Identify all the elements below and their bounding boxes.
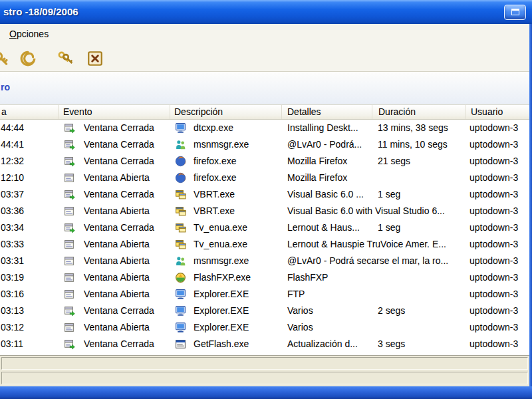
column-header-descripcion[interactable]: Descripción [170,105,282,119]
title-bar: stro -18/09/2006 [0,0,532,24]
computer-icon [175,322,186,333]
toolbar-button-1[interactable] [0,48,12,69]
window-closed-icon [64,189,75,200]
window-closed-icon [64,338,75,350]
details-cell: FTP [287,286,305,303]
event-cell: Ventana Abierta [84,253,150,269]
duration-cell: 1 seg [378,219,400,236]
table-row[interactable]: 03:31Ventana Abiertamsnmsgr.exe@LvAr0 - … [0,253,529,269]
msn-icon [175,255,186,267]
event-cell: Ventana Cerrada [84,219,154,236]
window-closed-icon [64,222,75,233]
column-header-evento[interactable]: Evento [59,105,170,119]
maximize-button[interactable] [504,5,526,20]
key-icon [0,50,10,67]
time-cell: 03:19 [1,269,24,286]
details-cell: Visual Basic 6.0 with Visual Studio 6... [287,203,445,219]
event-cell: Ventana Abierta [84,236,150,253]
user-cell: uptodown-3 [469,253,518,269]
menu-item-opciones[interactable]: Opciones [5,24,53,45]
table-row[interactable]: 03:13Ventana CerradaExplorer.EXEVarios2 … [0,303,529,319]
app-cell: VBRT.exe [194,186,235,203]
app-cell: msnmsgr.exe [194,136,249,153]
user-cell: uptodown-3 [469,120,518,136]
msn-icon [175,139,186,150]
duration-cell: 3 segs [378,336,405,352]
status-panel-2 [1,372,528,384]
table-row[interactable]: 44:44Ventana Cerradadtcxp.exeInstalling … [0,120,529,136]
app-cell: firefox.exe [194,153,237,170]
table-row[interactable]: 12:10Ventana Abiertafirefox.exeMozilla F… [0,170,529,186]
column-header-detalles[interactable]: Detalles [282,105,372,119]
shell-icon [19,50,37,67]
column-header-usuario[interactable]: Usuario [466,105,529,119]
user-cell: uptodown-3 [469,269,518,286]
event-cell: Ventana Abierta [84,170,150,186]
app-cell: FlashFXP.exe [194,269,251,286]
window-opened-icon [64,239,75,250]
details-cell: Lernout & Haus... [287,219,360,236]
user-cell: uptodown-3 [469,186,518,203]
computer-icon [175,305,186,317]
window-opened-icon [64,272,75,283]
details-cell: FlashFXP [287,269,328,286]
firefox-icon [175,156,186,167]
table-row[interactable]: 03:37Ventana CerradaVBRT.exeVisual Basic… [0,186,529,203]
vb-form-icon [175,205,186,217]
table-row[interactable]: 03:19Ventana AbiertaFlashFXP.exeFlashFXP… [0,269,529,286]
status-panel-1 [1,357,528,370]
window-opened-icon [64,205,75,217]
details-cell: Varios [287,303,313,319]
table-row[interactable]: 03:12Ventana AbiertaExplorer.EXEVariosup… [0,319,529,336]
time-cell: 03:34 [1,219,24,236]
table-row[interactable]: 03:33Ventana AbiertaTv_enua.exeLernout &… [0,236,529,253]
event-cell: Ventana Abierta [84,203,150,219]
vb-form-icon [175,222,186,233]
app-cell: Tv_enua.exe [194,236,247,253]
time-cell: 03:12 [1,319,24,336]
toolbar-button-2[interactable] [17,48,39,69]
app-cell: msnmsgr.exe [194,253,249,269]
computer-icon [175,289,186,300]
event-cell: Ventana Abierta [84,319,150,336]
column-header-duracion[interactable]: Duración [372,105,466,119]
keys-icon [57,50,74,67]
app-cell: Explorer.EXE [194,286,249,303]
user-cell: uptodown-3 [469,219,518,236]
time-cell: 03:11 [1,336,23,352]
list-header: a Evento Descripción Detalles Duración U… [0,105,529,120]
duration-cell: 11 mins, 10 segs [378,136,448,153]
user-cell: uptodown-3 [469,286,518,303]
duration-cell: 21 segs [378,153,410,170]
table-row[interactable]: 44:41Ventana Cerradamsnmsgr.exe@LvAr0 - … [0,136,529,153]
time-cell: 12:32 [1,153,24,170]
details-cell: Mozilla Firefox [287,153,347,170]
vb-form-icon [175,239,186,250]
time-cell: 12:10 [1,170,24,186]
table-row[interactable]: 03:11Ventana CerradaGetFlash.exeActualiz… [0,336,529,352]
app-cell: Tv_enua.exe [194,219,247,236]
vb-form-icon [175,189,186,200]
duration-cell: 1 seg [378,186,400,203]
details-cell: Mozilla Firefox [287,170,347,186]
table-row[interactable]: 12:32Ventana Cerradafirefox.exeMozilla F… [0,153,529,170]
window-closed-icon [64,122,75,134]
details-cell: Actualización d... [287,336,358,352]
column-header-hora[interactable]: a [0,105,59,119]
table-row[interactable]: 03:16Ventana AbiertaExplorer.EXEFTPuptod… [0,286,529,303]
getflash-icon [175,338,186,350]
status-area [0,355,532,386]
event-log-list: a Evento Descripción Detalles Duración U… [0,104,529,355]
details-cell: @LvAr0 - Podrá secarse el mar, la ro... [287,253,448,269]
window-opened-icon [64,289,75,300]
toolbar-button-3[interactable] [55,48,76,69]
duration-cell: 13 mins, 38 segs [378,120,448,136]
window-title: stro -18/09/2006 [3,0,78,23]
user-cell: uptodown-3 [469,303,518,319]
table-row[interactable]: 03:36Ventana AbiertaVBRT.exeVisual Basic… [0,203,529,219]
app-cell: Explorer.EXE [194,319,249,336]
details-cell: Visual Basic 6.0 ... [287,186,364,203]
window-opened-icon [64,255,75,267]
table-row[interactable]: 03:34Ventana CerradaTv_enua.exeLernout &… [0,219,529,236]
toolbar-button-4[interactable] [84,48,106,69]
